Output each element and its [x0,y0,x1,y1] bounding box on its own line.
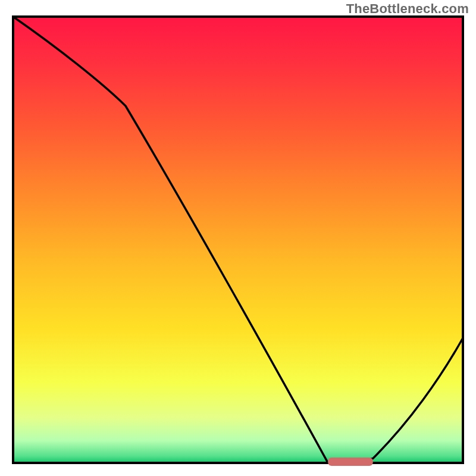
attribution-label: TheBottleneck.com [346,1,469,17]
optimum-marker [328,458,373,466]
plot-background [13,17,463,463]
bottleneck-chart [0,0,476,476]
chart-frame: TheBottleneck.com [0,0,476,476]
